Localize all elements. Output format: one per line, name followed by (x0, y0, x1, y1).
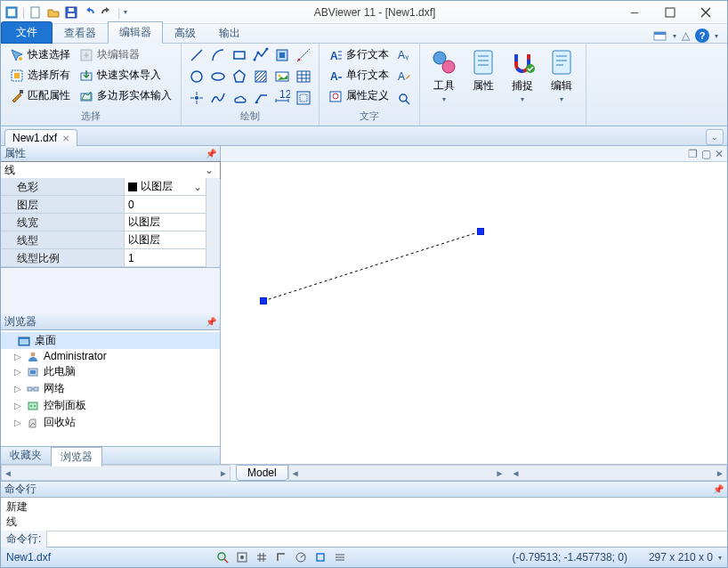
tab-favorites[interactable]: 收藏夹 (1, 446, 51, 465)
tree-node[interactable]: ▷网络 (1, 380, 220, 397)
tree-node[interactable]: ▷此电脑 (1, 363, 220, 380)
tab-editor[interactable]: 编辑器 (108, 21, 163, 44)
textedit-button[interactable]: A (394, 67, 414, 86)
table-tool[interactable] (294, 67, 313, 86)
endpoint-handle[interactable] (477, 228, 484, 235)
redo-icon[interactable] (100, 5, 114, 20)
save-icon[interactable] (64, 5, 78, 20)
rect-tool[interactable] (230, 45, 249, 65)
tree-node[interactable]: ▷回收站 (1, 414, 220, 431)
fast-import-button[interactable]: 快速实体导入 (76, 66, 175, 85)
property-row[interactable]: 线型以图层 (1, 231, 206, 249)
status-lwt-icon[interactable] (332, 550, 348, 564)
tree-root[interactable]: 桌面 (1, 332, 220, 349)
viewport-tool[interactable] (294, 88, 313, 108)
canvas-restore-icon[interactable]: ❐ (688, 148, 698, 160)
quick-select-button[interactable]: 快速选择 (6, 45, 74, 64)
block-editor-button[interactable]: 块编辑器 (76, 45, 175, 64)
scroll-left-icon[interactable]: ◄ (2, 468, 14, 478)
spline-tool[interactable] (208, 88, 228, 108)
line-tool[interactable] (187, 45, 206, 65)
open-icon[interactable] (46, 5, 61, 20)
drawing-canvas[interactable] (221, 162, 727, 464)
status-zoom-icon[interactable] (214, 550, 231, 564)
status-polar-icon[interactable] (293, 550, 309, 564)
poly-import-button[interactable]: 多边形实体输入 (76, 86, 175, 105)
expand-icon[interactable]: ▷ (13, 418, 22, 427)
tree-node[interactable]: ▷Administrator (1, 349, 220, 363)
tool-button[interactable]: 工具▾ (425, 45, 463, 111)
dim-tool[interactable]: 12 (272, 88, 292, 108)
model-tab[interactable]: Model (236, 465, 288, 481)
ellipse-tool[interactable] (208, 67, 228, 86)
property-row[interactable]: 图层0 (1, 196, 206, 214)
pin-icon[interactable]: 📌 (206, 149, 216, 158)
pin-icon[interactable]: 📌 (713, 484, 724, 494)
scroll-left-icon[interactable]: ◄ (289, 468, 302, 478)
canvas-close-icon[interactable]: ✕ (715, 148, 724, 160)
mtext-button[interactable]: A多行文本 (325, 45, 392, 64)
circle-tool[interactable] (187, 67, 206, 86)
status-snap-icon[interactable] (234, 550, 250, 564)
tab-dropdown-button[interactable]: ⌄ (706, 129, 724, 145)
collapse-ribbon-icon[interactable]: △ (682, 29, 690, 42)
find-button[interactable] (394, 89, 414, 109)
tab-viewer[interactable]: 查看器 (53, 22, 108, 44)
edit-button[interactable]: 编辑▾ (543, 45, 580, 111)
svg-point-58 (240, 556, 244, 559)
expand-icon[interactable]: ▷ (13, 401, 22, 410)
tab-output[interactable]: 输出 (207, 22, 252, 44)
block-tool[interactable] (272, 45, 292, 65)
select-all-button[interactable]: 选择所有 (6, 66, 74, 85)
leader-tool[interactable] (251, 88, 271, 108)
attrdef-button[interactable]: 属性定义 (325, 86, 392, 105)
scroll-right-icon[interactable]: ► (217, 468, 230, 478)
cloud-tool[interactable] (230, 88, 249, 108)
stext-button[interactable]: A单行文本 (325, 66, 392, 85)
status-ortho-icon[interactable] (273, 550, 289, 564)
close-tab-icon[interactable]: ✕ (62, 134, 69, 143)
expand-icon[interactable]: ▷ (13, 367, 22, 377)
snap-button[interactable]: 捕捉▾ (504, 45, 541, 111)
textstyle-button[interactable]: Aᵧ (394, 45, 414, 65)
point-tool[interactable] (187, 88, 206, 108)
browser-panel: 浏览器📌 桌面 ▷Administrator▷此电脑▷网络▷控制面板▷回收站 (1, 314, 220, 446)
polygon-tool[interactable] (230, 67, 249, 86)
help-icon[interactable]: ? (695, 28, 709, 43)
new-icon[interactable] (28, 5, 43, 20)
insert-image-tool[interactable] (272, 67, 292, 86)
maximize-button[interactable] (658, 4, 683, 21)
pin-icon[interactable]: 📌 (206, 317, 216, 327)
undo-icon[interactable] (82, 5, 96, 20)
expand-icon[interactable]: ▷ (13, 384, 22, 394)
tab-browser[interactable]: 浏览器 (51, 447, 102, 467)
scrollbar[interactable] (206, 178, 220, 267)
status-osnap-icon[interactable] (312, 550, 328, 564)
polyline-tool[interactable] (251, 45, 271, 65)
tab-file[interactable]: 文件 (1, 21, 53, 44)
property-row[interactable]: 线宽以图层 (1, 214, 206, 231)
style-icon[interactable] (653, 28, 667, 43)
hatch-tool[interactable] (251, 67, 271, 86)
minimize-button[interactable]: ─ (622, 4, 647, 21)
arc-tool[interactable] (208, 45, 228, 65)
props-button[interactable]: 属性 (465, 45, 502, 111)
entity-type-select[interactable]: 线⌄ (0, 161, 221, 179)
tree-node[interactable]: ▷控制面板 (1, 397, 220, 414)
status-grid-icon[interactable] (254, 550, 270, 564)
file-tree[interactable]: 桌面 ▷Administrator▷此电脑▷网络▷控制面板▷回收站 (1, 330, 220, 446)
expand-icon[interactable]: ▷ (13, 352, 22, 361)
match-props-button[interactable]: 匹配属性 (6, 86, 74, 105)
scroll-right-icon[interactable]: ► (493, 468, 506, 478)
close-button[interactable] (693, 4, 718, 21)
endpoint-handle[interactable] (260, 297, 267, 304)
svg-rect-6 (666, 8, 675, 17)
property-row[interactable]: 色彩以图层⌄ (1, 178, 206, 196)
ray-tool[interactable] (294, 45, 313, 65)
canvas-max-icon[interactable]: ▢ (701, 148, 711, 160)
cmd-input[interactable]: 命令行: (1, 531, 727, 548)
document-tab[interactable]: New1.dxf✕ (4, 129, 77, 146)
property-row[interactable]: 线型比例1 (1, 249, 206, 267)
status-dropdown-icon[interactable]: ▾ (718, 554, 722, 562)
tab-advanced[interactable]: 高级 (163, 22, 207, 44)
